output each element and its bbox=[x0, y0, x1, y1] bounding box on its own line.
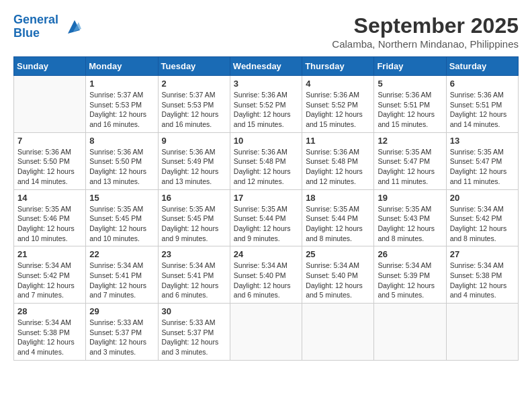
logo-icon bbox=[61, 17, 81, 37]
week-row: 7Sunrise: 5:36 AMSunset: 5:50 PMDaylight… bbox=[14, 132, 519, 189]
calendar-cell: 20Sunrise: 5:34 AMSunset: 5:42 PMDayligh… bbox=[446, 189, 518, 246]
calendar-cell: 24Sunrise: 5:34 AMSunset: 5:40 PMDayligh… bbox=[230, 246, 302, 304]
weekday-header: Saturday bbox=[446, 57, 518, 76]
day-number: 2 bbox=[162, 79, 226, 89]
week-row: 28Sunrise: 5:34 AMSunset: 5:38 PMDayligh… bbox=[14, 304, 519, 361]
calendar-cell: 8Sunrise: 5:36 AMSunset: 5:50 PMDaylight… bbox=[86, 132, 158, 189]
day-info: Sunrise: 5:36 AMSunset: 5:48 PMDaylight:… bbox=[234, 147, 298, 187]
day-number: 24 bbox=[234, 249, 298, 259]
day-info: Sunrise: 5:34 AMSunset: 5:40 PMDaylight:… bbox=[234, 261, 298, 300]
calendar-cell: 14Sunrise: 5:35 AMSunset: 5:46 PMDayligh… bbox=[14, 189, 86, 246]
day-info: Sunrise: 5:36 AMSunset: 5:51 PMDaylight:… bbox=[378, 90, 442, 130]
day-info: Sunrise: 5:35 AMSunset: 5:45 PMDaylight:… bbox=[89, 204, 154, 244]
day-info: Sunrise: 5:33 AMSunset: 5:37 PMDaylight:… bbox=[162, 318, 226, 357]
title-area: September 2025 Calamba, Northern Mindana… bbox=[332, 13, 519, 50]
calendar-cell: 6Sunrise: 5:36 AMSunset: 5:51 PMDaylight… bbox=[446, 76, 518, 133]
day-number: 18 bbox=[306, 193, 370, 203]
day-number: 21 bbox=[17, 249, 82, 259]
day-number: 30 bbox=[162, 306, 226, 316]
day-number: 15 bbox=[89, 193, 154, 203]
calendar-cell: 30Sunrise: 5:33 AMSunset: 5:37 PMDayligh… bbox=[158, 304, 230, 361]
calendar-cell: 16Sunrise: 5:35 AMSunset: 5:45 PMDayligh… bbox=[158, 189, 230, 246]
day-info: Sunrise: 5:35 AMSunset: 5:44 PMDaylight:… bbox=[234, 204, 298, 244]
day-number: 13 bbox=[450, 136, 515, 146]
weekday-header-row: SundayMondayTuesdayWednesdayThursdayFrid… bbox=[14, 57, 519, 76]
calendar-cell bbox=[302, 304, 374, 361]
calendar-table: SundayMondayTuesdayWednesdayThursdayFrid… bbox=[13, 56, 519, 361]
calendar-cell: 23Sunrise: 5:34 AMSunset: 5:41 PMDayligh… bbox=[158, 246, 230, 304]
day-info: Sunrise: 5:35 AMSunset: 5:45 PMDaylight:… bbox=[162, 204, 226, 244]
calendar-cell: 28Sunrise: 5:34 AMSunset: 5:38 PMDayligh… bbox=[14, 304, 86, 361]
day-number: 27 bbox=[450, 249, 515, 259]
day-info: Sunrise: 5:35 AMSunset: 5:46 PMDaylight:… bbox=[17, 204, 82, 244]
day-info: Sunrise: 5:34 AMSunset: 5:42 PMDaylight:… bbox=[450, 204, 515, 244]
logo-line1: General bbox=[13, 13, 58, 26]
month-title: September 2025 bbox=[332, 13, 519, 38]
calendar-cell: 18Sunrise: 5:35 AMSunset: 5:44 PMDayligh… bbox=[302, 189, 374, 246]
weekday-header: Friday bbox=[374, 57, 446, 76]
day-info: Sunrise: 5:36 AMSunset: 5:50 PMDaylight:… bbox=[89, 147, 154, 187]
calendar-cell: 11Sunrise: 5:36 AMSunset: 5:48 PMDayligh… bbox=[302, 132, 374, 189]
calendar-cell: 26Sunrise: 5:34 AMSunset: 5:39 PMDayligh… bbox=[374, 246, 446, 304]
day-number: 10 bbox=[234, 136, 298, 146]
day-info: Sunrise: 5:34 AMSunset: 5:40 PMDaylight:… bbox=[306, 261, 370, 300]
day-info: Sunrise: 5:34 AMSunset: 5:41 PMDaylight:… bbox=[89, 261, 154, 300]
calendar-cell: 27Sunrise: 5:34 AMSunset: 5:38 PMDayligh… bbox=[446, 246, 518, 304]
day-number: 26 bbox=[378, 249, 442, 259]
day-info: Sunrise: 5:36 AMSunset: 5:51 PMDaylight:… bbox=[450, 90, 515, 130]
day-info: Sunrise: 5:37 AMSunset: 5:53 PMDaylight:… bbox=[162, 90, 226, 130]
calendar-cell: 10Sunrise: 5:36 AMSunset: 5:48 PMDayligh… bbox=[230, 132, 302, 189]
day-number: 17 bbox=[234, 193, 298, 203]
day-number: 16 bbox=[162, 193, 226, 203]
day-number: 14 bbox=[17, 193, 82, 203]
day-number: 1 bbox=[89, 79, 154, 89]
week-row: 1Sunrise: 5:37 AMSunset: 5:53 PMDaylight… bbox=[14, 76, 519, 133]
calendar-cell: 25Sunrise: 5:34 AMSunset: 5:40 PMDayligh… bbox=[302, 246, 374, 304]
calendar-cell: 29Sunrise: 5:33 AMSunset: 5:37 PMDayligh… bbox=[86, 304, 158, 361]
day-info: Sunrise: 5:36 AMSunset: 5:50 PMDaylight:… bbox=[17, 147, 82, 187]
day-info: Sunrise: 5:35 AMSunset: 5:47 PMDaylight:… bbox=[450, 147, 515, 187]
calendar-cell: 22Sunrise: 5:34 AMSunset: 5:41 PMDayligh… bbox=[86, 246, 158, 304]
calendar-cell: 3Sunrise: 5:36 AMSunset: 5:52 PMDaylight… bbox=[230, 76, 302, 133]
day-info: Sunrise: 5:35 AMSunset: 5:47 PMDaylight:… bbox=[378, 147, 442, 187]
weekday-header: Tuesday bbox=[158, 57, 230, 76]
day-number: 4 bbox=[306, 79, 370, 89]
weekday-header: Thursday bbox=[302, 57, 374, 76]
day-info: Sunrise: 5:34 AMSunset: 5:38 PMDaylight:… bbox=[450, 261, 515, 300]
calendar-cell: 15Sunrise: 5:35 AMSunset: 5:45 PMDayligh… bbox=[86, 189, 158, 246]
weekday-header: Monday bbox=[86, 57, 158, 76]
day-info: Sunrise: 5:36 AMSunset: 5:52 PMDaylight:… bbox=[234, 90, 298, 130]
day-number: 12 bbox=[378, 136, 442, 146]
day-number: 8 bbox=[89, 136, 154, 146]
day-number: 5 bbox=[378, 79, 442, 89]
day-info: Sunrise: 5:36 AMSunset: 5:49 PMDaylight:… bbox=[162, 147, 226, 187]
day-number: 20 bbox=[450, 193, 515, 203]
day-number: 29 bbox=[89, 306, 154, 316]
calendar-cell: 21Sunrise: 5:34 AMSunset: 5:42 PMDayligh… bbox=[14, 246, 86, 304]
calendar-cell: 1Sunrise: 5:37 AMSunset: 5:53 PMDaylight… bbox=[86, 76, 158, 133]
day-number: 25 bbox=[306, 249, 370, 259]
day-number: 19 bbox=[378, 193, 442, 203]
week-row: 21Sunrise: 5:34 AMSunset: 5:42 PMDayligh… bbox=[14, 246, 519, 304]
day-number: 23 bbox=[162, 249, 226, 259]
calendar-cell: 7Sunrise: 5:36 AMSunset: 5:50 PMDaylight… bbox=[14, 132, 86, 189]
week-row: 14Sunrise: 5:35 AMSunset: 5:46 PMDayligh… bbox=[14, 189, 519, 246]
calendar-cell bbox=[14, 76, 86, 133]
header: General Blue September 2025 Calamba, Nor… bbox=[13, 13, 519, 50]
calendar-cell: 12Sunrise: 5:35 AMSunset: 5:47 PMDayligh… bbox=[374, 132, 446, 189]
day-info: Sunrise: 5:36 AMSunset: 5:48 PMDaylight:… bbox=[306, 147, 370, 187]
calendar-cell bbox=[374, 304, 446, 361]
day-info: Sunrise: 5:34 AMSunset: 5:42 PMDaylight:… bbox=[17, 261, 82, 300]
calendar-cell: 4Sunrise: 5:36 AMSunset: 5:52 PMDaylight… bbox=[302, 76, 374, 133]
calendar-cell: 2Sunrise: 5:37 AMSunset: 5:53 PMDaylight… bbox=[158, 76, 230, 133]
day-number: 7 bbox=[17, 136, 82, 146]
logo: General Blue bbox=[13, 13, 81, 40]
day-info: Sunrise: 5:33 AMSunset: 5:37 PMDaylight:… bbox=[89, 318, 154, 357]
day-info: Sunrise: 5:35 AMSunset: 5:44 PMDaylight:… bbox=[306, 204, 370, 244]
calendar-cell: 9Sunrise: 5:36 AMSunset: 5:49 PMDaylight… bbox=[158, 132, 230, 189]
calendar-cell: 5Sunrise: 5:36 AMSunset: 5:51 PMDaylight… bbox=[374, 76, 446, 133]
day-number: 3 bbox=[234, 79, 298, 89]
day-number: 22 bbox=[89, 249, 154, 259]
day-info: Sunrise: 5:36 AMSunset: 5:52 PMDaylight:… bbox=[306, 90, 370, 130]
logo-line2: Blue bbox=[13, 26, 40, 40]
